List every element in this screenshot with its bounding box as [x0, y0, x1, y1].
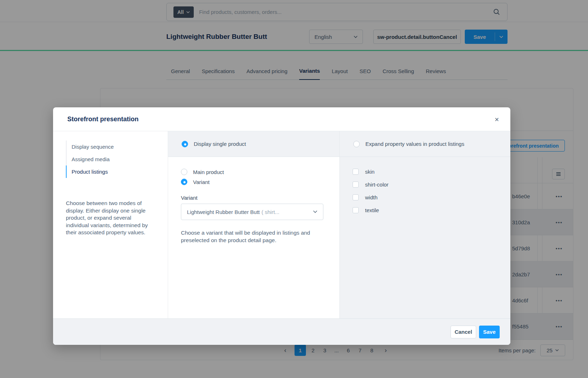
variant-option-label: Variant — [193, 179, 209, 185]
main-product-label: Main product — [193, 169, 224, 175]
modal-save-button[interactable]: Save — [479, 326, 500, 338]
skin-label: skin — [365, 169, 375, 175]
variant-option[interactable]: Variant — [181, 177, 339, 187]
modal-header: Storefront presentation ✕ — [53, 107, 510, 131]
sidebar-description: Choose between two modes of display. Eit… — [66, 200, 156, 236]
modal-sidebar-nav: Display sequence Assigned media Product … — [66, 141, 114, 178]
display-single-product-label: Display single product — [194, 141, 246, 147]
close-icon[interactable]: ✕ — [493, 115, 501, 124]
single-product-body: Main product Variant Variant Lightweight… — [168, 157, 339, 244]
main-product-option[interactable]: Main product — [181, 167, 339, 177]
single-product-column: Display single product Main product Vari… — [168, 131, 340, 318]
variant-help-text: Choose a variant that will be displayed … — [181, 229, 323, 244]
skin-checkbox[interactable] — [353, 169, 359, 175]
storefront-presentation-modal: Storefront presentation ✕ Display sequen… — [53, 107, 510, 345]
variant-field-label: Variant — [181, 195, 339, 201]
sidebar-item-assigned-media[interactable]: Assigned media — [66, 153, 114, 165]
width-checkbox[interactable] — [353, 194, 359, 200]
variant-select-value-suffix: ( shirt... — [261, 209, 279, 215]
chevron-down-icon — [313, 210, 317, 213]
expand-properties-header: Expand property values in product listin… — [340, 131, 510, 157]
textile-checkbox[interactable] — [353, 207, 359, 213]
shirt-color-checkbox[interactable] — [353, 182, 359, 188]
property-option-shirt-color[interactable]: shirt-color — [353, 180, 510, 189]
expand-properties-column: Expand property values in product listin… — [340, 131, 510, 318]
modal-body: Display sequence Assigned media Product … — [53, 131, 510, 318]
property-option-skin[interactable]: skin — [353, 167, 510, 176]
textile-label: textile — [365, 207, 379, 213]
property-option-width[interactable]: width — [353, 193, 510, 202]
modal-footer: Cancel Save — [53, 318, 510, 345]
modal-title: Storefront presentation — [67, 116, 139, 123]
sidebar-item-display-sequence[interactable]: Display sequence — [66, 141, 114, 153]
width-label: width — [365, 194, 378, 200]
variant-radio[interactable] — [181, 179, 187, 185]
app: All Find products, customers, orders... … — [0, 0, 588, 378]
sidebar-item-product-listings[interactable]: Product listings — [66, 165, 114, 178]
expand-properties-label: Expand property values in product listin… — [365, 141, 464, 147]
variant-select[interactable]: Lightweight Rubber Butter Butt ( shirt..… — [181, 204, 323, 220]
main-product-radio[interactable] — [181, 169, 187, 175]
expand-properties-body: skin shirt-color width textile — [340, 157, 510, 215]
expand-properties-radio[interactable] — [353, 141, 360, 147]
single-product-header: Display single product — [168, 131, 339, 157]
shirt-color-label: shirt-color — [365, 182, 389, 188]
modal-cancel-button[interactable]: Cancel — [451, 326, 476, 338]
property-option-textile[interactable]: textile — [353, 205, 510, 215]
display-single-product-radio[interactable] — [182, 141, 188, 147]
variant-select-value: Lightweight Rubber Butter Butt — [187, 209, 260, 215]
modal-sidebar: Display sequence Assigned media Product … — [53, 131, 168, 318]
